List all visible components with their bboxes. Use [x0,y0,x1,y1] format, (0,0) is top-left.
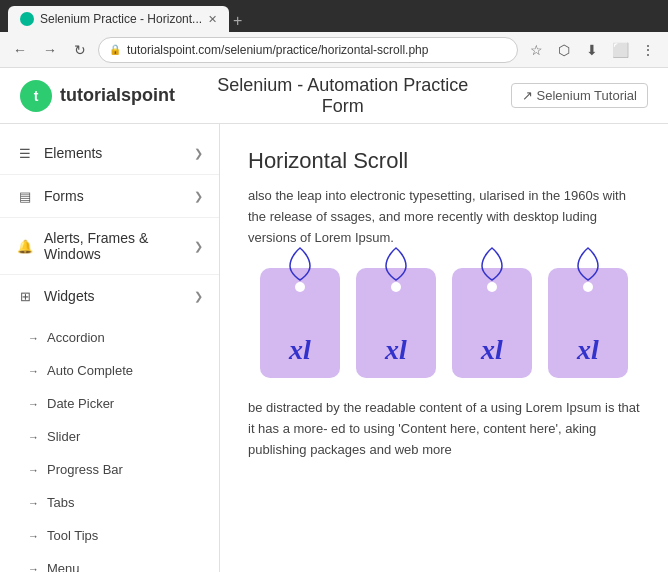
tab-close-button[interactable]: ✕ [208,13,217,26]
reload-button[interactable]: ↻ [68,38,92,62]
elements-chevron-icon: ❯ [194,147,203,160]
tag-string-svg-4 [573,246,603,286]
tag-hole-1 [295,282,305,292]
sidebar-section-forms-label: Forms [44,188,84,204]
sidebar-item-autocomplete-label: Auto Complete [47,363,133,378]
logo-brand-plain: tutorials [60,85,131,105]
star-button[interactable]: ☆ [524,38,548,62]
sidebar-item-progressbar-label: Progress Bar [47,462,123,477]
widgets-items: → Accordion → Auto Complete → Date Picke… [0,317,219,572]
arrow-icon: → [28,332,39,344]
sidebar-section-elements: ☰ Elements ❯ [0,132,219,175]
elements-icon: ☰ [16,144,34,162]
sidebar-item-tabs-label: Tabs [47,495,74,510]
logo-brand-bold: point [131,85,175,105]
price-tag-4: xl [548,268,628,378]
content-text-top: also the leap into electronic typesettin… [248,186,640,248]
tag-string-svg-3 [477,246,507,286]
nav-icons: ☆ ⬡ ⬇ ⬜ ⋮ [524,38,660,62]
tag-string-svg-2 [381,246,411,286]
sidebar-section-alerts-header[interactable]: 🔔 Alerts, Frames & Windows ❯ [0,218,219,274]
arrow-icon: → [28,530,39,542]
tab-title: Selenium Practice - Horizont... [40,12,202,26]
tag-label-3: xl [481,334,503,366]
forms-chevron-icon: ❯ [194,190,203,203]
logo-letter: t [34,88,39,104]
content-area: Horizontal Scroll also the leap into ele… [220,124,668,572]
page-title: Selenium - Automation Practice Form [195,75,491,117]
url-text: tutorialspoint.com/selenium/practice/hor… [127,43,428,57]
arrow-icon: → [28,563,39,573]
sidebar-item-autocomplete[interactable]: → Auto Complete [0,354,219,387]
arrow-icon: → [28,431,39,443]
browser-chrome: Selenium Practice - Horizont... ✕ + ← → … [0,0,668,68]
widgets-chevron-icon: ❯ [194,290,203,303]
sidebar-item-menu[interactable]: → Menu [0,552,219,572]
sidebar-item-datepicker-label: Date Picker [47,396,114,411]
sidebar-item-accordion[interactable]: → Accordion [0,321,219,354]
sidebar-section-forms: ▤ Forms ❯ [0,175,219,218]
nav-bar: ← → ↻ 🔒 tutorialspoint.com/selenium/prac… [0,32,668,68]
price-tag-1: xl [260,268,340,378]
content-title: Horizontal Scroll [248,148,640,174]
external-link[interactable]: ↗ Selenium Tutorial [511,83,648,108]
logo-icon: t [20,80,52,112]
sidebar-item-progressbar[interactable]: → Progress Bar [0,453,219,486]
forward-button[interactable]: → [38,38,62,62]
arrow-icon: → [28,464,39,476]
sidebar-item-tooltips[interactable]: → Tool Tips [0,519,219,552]
tag-string-svg-1 [285,246,315,286]
sidebar-section-forms-header[interactable]: ▤ Forms ❯ [0,175,219,217]
back-button[interactable]: ← [8,38,32,62]
sidebar-section-elements-header[interactable]: ☰ Elements ❯ [0,132,219,174]
arrow-icon: → [28,398,39,410]
arrow-icon: → [28,497,39,509]
tab-bar: Selenium Practice - Horizont... ✕ + [0,0,668,32]
sidebar-item-datepicker[interactable]: → Date Picker [0,387,219,420]
browser-tab[interactable]: Selenium Practice - Horizont... ✕ [8,6,229,32]
new-tab-button[interactable]: + [233,12,242,32]
price-tag-3: xl [452,268,532,378]
external-link-icon: ↗ [522,88,533,103]
arrow-icon: → [28,365,39,377]
alerts-icon: 🔔 [16,237,34,255]
logo: t tutorialspoint [20,80,175,112]
sidebar-section-elements-label: Elements [44,145,102,161]
tag-label-2: xl [385,334,407,366]
logo-text: tutorialspoint [60,85,175,106]
sidebar-item-tabs[interactable]: → Tabs [0,486,219,519]
sidebar-item-accordion-label: Accordion [47,330,105,345]
menu-button[interactable]: ⋮ [636,38,660,62]
tag-label-4: xl [577,334,599,366]
sidebar-section-widgets: ⊞ Widgets ❯ → Accordion → Auto Complete … [0,275,219,572]
sidebar-section-alerts-label: Alerts, Frames & Windows [44,230,184,262]
download-button[interactable]: ⬇ [580,38,604,62]
widgets-icon: ⊞ [16,287,34,305]
site-header: t tutorialspoint Selenium - Automation P… [0,68,668,124]
fullscreen-button[interactable]: ⬜ [608,38,632,62]
main-content: ☰ Elements ❯ ▤ Forms ❯ 🔔 Alerts, Frames … [0,124,668,572]
sidebar-section-widgets-header[interactable]: ⊞ Widgets ❯ [0,275,219,317]
content-text-bottom: be distracted by the readable content of… [248,398,640,460]
tag-hole-4 [583,282,593,292]
forms-icon: ▤ [16,187,34,205]
sidebar-item-menu-label: Menu [47,561,80,572]
tag-label-1: xl [289,334,311,366]
external-link-label: Selenium Tutorial [537,88,637,103]
sidebar-section-alerts: 🔔 Alerts, Frames & Windows ❯ [0,218,219,275]
page: t tutorialspoint Selenium - Automation P… [0,68,668,572]
sidebar-item-slider[interactable]: → Slider [0,420,219,453]
sidebar-section-widgets-label: Widgets [44,288,95,304]
share-button[interactable]: ⬡ [552,38,576,62]
sidebar-item-tooltips-label: Tool Tips [47,528,98,543]
tag-hole-3 [487,282,497,292]
tags-container: xl xl xl [248,268,640,378]
sidebar: ☰ Elements ❯ ▤ Forms ❯ 🔔 Alerts, Frames … [0,124,220,572]
price-tag-2: xl [356,268,436,378]
sidebar-item-slider-label: Slider [47,429,80,444]
lock-icon: 🔒 [109,44,121,55]
tag-hole-2 [391,282,401,292]
tab-favicon [20,12,34,26]
alerts-chevron-icon: ❯ [194,240,203,253]
address-bar[interactable]: 🔒 tutorialspoint.com/selenium/practice/h… [98,37,518,63]
